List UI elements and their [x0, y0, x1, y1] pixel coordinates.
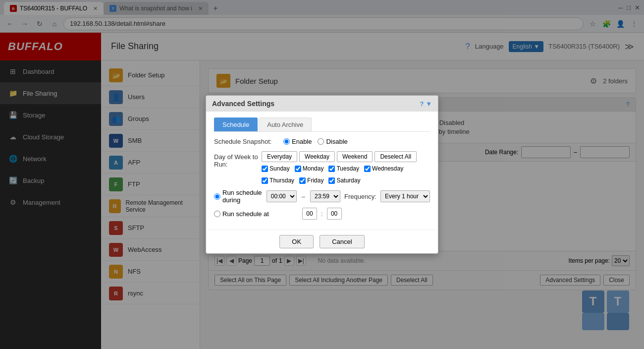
schedule-snapshot-label: Schedule Snapshot:	[214, 138, 283, 145]
sunday-label: Sunday	[269, 165, 290, 172]
time-end-select[interactable]: 23:59	[310, 190, 340, 202]
thursday-label: Thursday	[269, 177, 294, 184]
enable-label: Enable	[292, 138, 312, 145]
enable-option[interactable]: Enable	[283, 138, 312, 145]
time-dash: –	[302, 193, 305, 200]
time-start-select[interactable]: 00:00	[267, 190, 297, 202]
frequency-select[interactable]: Every 1 hour	[380, 190, 430, 202]
run-during-radio[interactable]	[214, 193, 220, 200]
tab-schedule[interactable]: Schedule	[214, 117, 258, 131]
disable-radio[interactable]	[318, 138, 324, 145]
friday-check[interactable]: Friday	[299, 177, 323, 184]
run-at-option[interactable]: Run schedule at	[214, 210, 298, 218]
modal-title-bar: Advanced Settings ? ▼	[206, 96, 438, 112]
modal-title: Advanced Settings	[212, 100, 274, 108]
run-at-row: Run schedule at :	[214, 208, 430, 220]
saturday-check[interactable]: Saturday	[328, 177, 360, 184]
tuesday-check[interactable]: Tuesday	[328, 165, 359, 172]
friday-label: Friday	[307, 177, 323, 184]
everyday-button[interactable]: Everyday	[262, 151, 297, 162]
tuesday-checkbox[interactable]	[328, 166, 335, 172]
tab-auto-archive[interactable]: Auto Archive	[259, 117, 312, 131]
modal-body: Schedule Auto Archive Schedule Snapshot:…	[206, 112, 438, 230]
monday-check[interactable]: Monday	[295, 165, 324, 172]
sunday-checkbox[interactable]	[262, 166, 268, 172]
wednesday-label: Wednesday	[372, 165, 403, 172]
wednesday-checkbox[interactable]	[364, 166, 371, 172]
tab-schedule-label: Schedule	[222, 121, 249, 128]
modal-footer: OK Cancel	[206, 230, 438, 253]
run-at-minute[interactable]	[327, 208, 342, 220]
ok-button[interactable]: OK	[279, 235, 314, 248]
day-controls: Everyday Weekday Weekend Deselect All Su…	[262, 151, 430, 184]
day-of-week-label: Day of Week to Run:	[214, 151, 262, 168]
sunday-check[interactable]: Sunday	[262, 165, 290, 172]
run-at-label: Run schedule at	[222, 210, 269, 218]
tab-auto-archive-label: Auto Archive	[267, 121, 303, 128]
enable-radio[interactable]	[283, 138, 290, 145]
run-during-label: Run schedule during	[222, 189, 263, 204]
tuesday-label: Tuesday	[336, 165, 359, 172]
run-at-hour[interactable]	[302, 208, 317, 220]
modal-help-icon[interactable]: ? ▼	[420, 100, 432, 108]
monday-checkbox[interactable]	[295, 166, 301, 172]
monday-label: Monday	[303, 165, 324, 172]
disable-label: Disable	[326, 138, 347, 145]
disable-option[interactable]: Disable	[318, 138, 347, 145]
thursday-check[interactable]: Thursday	[262, 177, 294, 184]
day-preset-buttons: Everyday Weekday Weekend Deselect All	[262, 151, 430, 162]
schedule-snapshot-control: Enable Disable	[283, 138, 348, 145]
schedule-snapshot-row: Schedule Snapshot: Enable Disable	[214, 138, 430, 145]
advanced-settings-modal: Advanced Settings ? ▼ Schedule Auto Arch…	[206, 95, 438, 254]
weekend-button[interactable]: Weekend	[337, 151, 373, 162]
cancel-button[interactable]: Cancel	[320, 235, 364, 248]
run-at-radio[interactable]	[214, 211, 220, 217]
weekday-button[interactable]: Weekday	[299, 151, 335, 162]
modal-overlay: Advanced Settings ? ▼ Schedule Auto Arch…	[0, 0, 644, 349]
deselect-all-days-button[interactable]: Deselect All	[375, 151, 417, 162]
modal-tabs: Schedule Auto Archive	[214, 117, 430, 132]
frequency-label: Frequency:	[344, 193, 376, 200]
run-during-row: Run schedule during 00:00 – 23:59 Freque…	[214, 189, 430, 204]
wednesday-check[interactable]: Wednesday	[364, 165, 403, 172]
day-checkboxes: Sunday Monday Tuesday Wednesday	[262, 165, 430, 184]
run-during-option[interactable]: Run schedule during	[214, 189, 263, 204]
saturday-label: Saturday	[336, 177, 360, 184]
time-colon: :	[321, 210, 323, 218]
thursday-checkbox[interactable]	[262, 177, 268, 184]
friday-checkbox[interactable]	[299, 177, 306, 184]
saturday-checkbox[interactable]	[328, 177, 335, 184]
day-of-week-row: Day of Week to Run: Everyday Weekday Wee…	[214, 151, 430, 184]
